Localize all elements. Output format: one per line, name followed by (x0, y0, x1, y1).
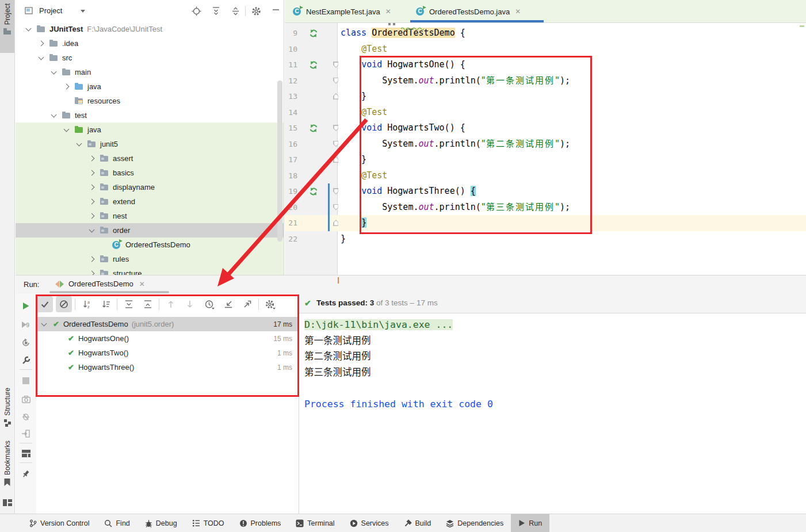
chevron-right-icon[interactable] (89, 185, 94, 190)
settings-icon[interactable] (262, 296, 278, 312)
statusbar-item-debug[interactable]: Debug (137, 514, 185, 532)
code-area[interactable]: class OrderedTestsDemo { @Test void Hogw… (338, 23, 806, 275)
statusbar-item-dependencies[interactable]: Dependencies (438, 514, 511, 532)
close-icon[interactable]: ✕ (515, 7, 521, 16)
tree-item-basics[interactable]: basics (16, 166, 284, 180)
statusbar-item-version-control[interactable]: Version Control (22, 514, 97, 532)
line-number: 22 (285, 231, 297, 247)
stop-icon[interactable] (16, 374, 36, 387)
chevron-down-icon[interactable] (41, 320, 47, 326)
close-icon[interactable]: ✕ (385, 7, 391, 16)
tree-item-rules[interactable]: rules (16, 252, 284, 266)
test-result-row[interactable]: ✔HogwartsThree()1 ms (36, 360, 298, 374)
run-test-icon[interactable] (309, 187, 318, 196)
statusbar-item-terminal[interactable]: Terminal (288, 514, 342, 532)
editor-tab-nestexampletest[interactable]: CNestExampleTest.java✕ (287, 0, 409, 23)
tree-item-junittest[interactable]: JUnitTestF:\JavaCode\JUnitTest (16, 22, 284, 36)
run-test-icon[interactable] (309, 124, 318, 133)
collapse-all-icon[interactable] (140, 296, 156, 312)
gutter-row: 12 (285, 73, 338, 89)
toggle-auto-test-icon[interactable] (16, 336, 36, 349)
expand-all-icon[interactable] (211, 6, 221, 16)
test-history-icon[interactable] (201, 296, 217, 312)
next-failed-test-icon[interactable] (182, 296, 198, 312)
test-settings-icon[interactable] (16, 354, 36, 366)
rerun-icon[interactable] (16, 300, 36, 312)
chevron-right-icon[interactable] (63, 84, 69, 90)
test-result-row[interactable]: ✔HogwartsOne()15 ms (36, 331, 298, 346)
run-test-icon[interactable] (309, 60, 318, 70)
chevron-right-icon[interactable] (89, 213, 94, 219)
chevron-right-icon[interactable] (38, 41, 44, 47)
tree-item-structure[interactable]: structure (16, 266, 284, 275)
chevron-down-icon[interactable] (51, 68, 56, 74)
project-panel-title[interactable]: Project (39, 6, 62, 15)
tree-item-java[interactable]: java (16, 123, 284, 137)
statusbar-item-build[interactable]: Build (396, 514, 439, 532)
statusbar-item-find[interactable]: Find (97, 514, 137, 532)
thread-dump-icon[interactable] (16, 393, 36, 405)
stripe-tab-bookmarks[interactable]: Bookmarks (0, 439, 14, 497)
stripe-tab-project[interactable]: Project (0, 0, 14, 53)
collapse-all-icon[interactable] (231, 6, 240, 16)
tree-item-resources[interactable]: resources (16, 94, 284, 108)
editor-tab-orderedtestsdemo[interactable]: COrderedTestsDemo.java✕ (410, 0, 544, 23)
expand-all-icon[interactable] (121, 296, 137, 312)
layout-settings-icon[interactable] (16, 447, 36, 460)
ide-window: { "left_stripe": { "tabs": [ {"label":"P… (0, 0, 806, 532)
folder-package-icon (100, 197, 109, 206)
chevron-right-icon[interactable] (89, 257, 94, 262)
close-icon[interactable]: ✕ (139, 280, 145, 288)
tree-item-main[interactable]: main (16, 65, 284, 79)
console-output[interactable]: D:\jdk-11\bin\java.exe ...第一条测试用例第二条测试用例… (299, 313, 806, 514)
chevron-right-icon[interactable] (89, 271, 94, 275)
chevron-down-icon[interactable] (76, 140, 82, 146)
rerun-failed-icon[interactable]: 9 (16, 318, 36, 331)
tree-item-nest[interactable]: nest (16, 209, 284, 223)
tree-item-order[interactable]: order (16, 223, 284, 238)
locate-icon[interactable] (192, 6, 201, 16)
statusbar-item-run[interactable]: Run (511, 514, 549, 532)
project-tree-scrollbar[interactable] (277, 81, 282, 242)
chevron-down-icon[interactable] (89, 227, 94, 232)
statusbar-item-services[interactable]: Services (342, 514, 396, 532)
tree-item-src[interactable]: src (16, 51, 284, 65)
show-passed-icon[interactable] (37, 296, 53, 312)
run-tab[interactable]: OrderedTestsDemo ✕ (49, 275, 151, 292)
stripe-tab-structure[interactable]: Structure (0, 386, 14, 438)
tree-item-idea[interactable]: .idea (16, 36, 284, 51)
chevron-down-icon[interactable] (51, 112, 56, 117)
window-layout-icon[interactable] (3, 498, 12, 509)
tree-item-java[interactable]: java (16, 79, 284, 94)
sort-alphabetically-icon[interactable]: az (79, 296, 95, 312)
import-test-results-icon[interactable] (220, 296, 236, 312)
statusbar-item-problems[interactable]: Problems (232, 514, 289, 532)
pin-tab-icon[interactable] (16, 468, 36, 480)
tree-item-orderedtestsdemo[interactable]: COrderedTestsDemo (16, 238, 284, 252)
disable-debug-icon[interactable] (16, 410, 36, 423)
chevron-right-icon[interactable] (89, 170, 94, 176)
chevron-down-icon[interactable] (38, 54, 44, 60)
sort-by-duration-icon[interactable] (98, 296, 114, 312)
tree-item-displayname[interactable]: displayname (16, 180, 284, 194)
attach-debugger-icon[interactable] (16, 427, 36, 440)
chevron-right-icon[interactable] (89, 199, 94, 205)
tree-item-assert[interactable]: assert (16, 151, 284, 166)
tree-item-test[interactable]: test (16, 108, 284, 123)
settings-icon[interactable] (251, 6, 261, 16)
stripe-tab-label: Bookmarks (3, 441, 12, 475)
chevron-down-icon[interactable] (63, 126, 69, 132)
statusbar-item-todo[interactable]: TODO (185, 514, 232, 532)
run-test-icon[interactable] (309, 29, 318, 38)
previous-failed-test-icon[interactable] (163, 296, 179, 312)
statusbar-item-label: Dependencies (457, 519, 503, 527)
show-ignored-icon[interactable] (56, 296, 72, 312)
test-result-row[interactable]: ✔HogwartsTwo()1 ms (36, 346, 298, 360)
tree-item-extend[interactable]: extend (16, 194, 284, 209)
hide-icon[interactable] (271, 5, 281, 14)
export-test-results-icon[interactable] (239, 296, 255, 312)
test-result-row[interactable]: ✔OrderedTestsDemo(junit5.order)17 ms (36, 317, 298, 331)
chevron-down-icon[interactable] (25, 25, 31, 31)
chevron-right-icon[interactable] (89, 156, 94, 162)
tree-item-junit5[interactable]: junit5 (16, 137, 284, 151)
